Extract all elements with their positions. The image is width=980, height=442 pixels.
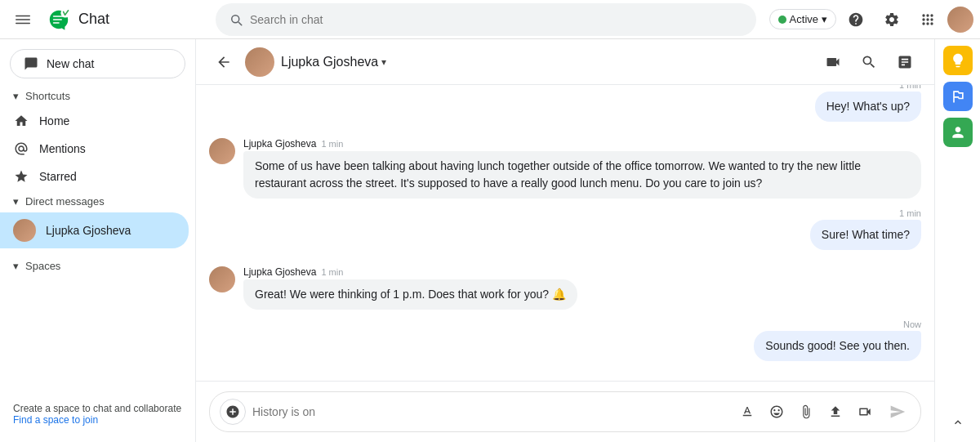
shortcuts-label: Shortcuts — [25, 90, 70, 102]
emoji-button[interactable] — [764, 399, 790, 425]
add-attachment-button[interactable] — [220, 399, 246, 425]
starred-label: Starred — [39, 170, 77, 183]
sent-time-m6: Now — [903, 319, 921, 329]
direct-messages-label: Direct messages — [25, 195, 105, 208]
spaces-label: Spaces — [25, 260, 60, 272]
active-status-button[interactable]: Active ▾ — [769, 9, 836, 29]
active-chevron-icon: ▾ — [822, 13, 827, 25]
topbar-right: Active ▾ — [769, 3, 973, 36]
shortcuts-header[interactable]: ▾ Shortcuts — [0, 85, 195, 107]
message-group-m2: 1 min Hey! What's up? — [209, 85, 921, 122]
sent-time-m4: 1 min — [899, 208, 921, 218]
starred-icon — [13, 169, 29, 184]
message-bubble-m3: Some of us have been talking about havin… — [243, 151, 921, 199]
sent-time-m2: 1 min — [899, 85, 921, 90]
sent-message-m4: 1 min Sure! What time? — [209, 208, 921, 250]
spaces-section: ▾ Spaces — [0, 255, 195, 277]
find-space-link[interactable]: Find a space to join — [13, 414, 98, 426]
message-bubble-m6: Sounds good! See you then. — [754, 331, 921, 361]
message-group-m5: Ljupka Gjosheva 1 min Great! We were thi… — [209, 260, 921, 310]
svg-rect-0 — [16, 15, 30, 16]
message-group-m3: Ljupka Gjosheva 1 min Some of us have be… — [209, 132, 921, 199]
topbar-left: Chat — [7, 3, 203, 36]
search-input[interactable] — [250, 13, 743, 26]
received-message-m5: Ljupka Gjosheva 1 min Great! We were thi… — [209, 266, 921, 310]
video-message-button[interactable] — [852, 399, 878, 425]
received-content-m5: Ljupka Gjosheva 1 min Great! We were thi… — [243, 266, 577, 310]
msg-time-m3: 1 min — [321, 139, 343, 149]
side-apps-panel — [934, 39, 980, 442]
sidebar-footer: Create a space to chat and collaborate F… — [0, 393, 195, 435]
shortcuts-chevron-icon: ▾ — [13, 90, 19, 102]
received-message-m3: Ljupka Gjosheva 1 min Some of us have be… — [209, 138, 921, 199]
upload-button[interactable] — [822, 399, 849, 425]
new-chat-button[interactable]: New chat — [10, 49, 185, 78]
apps-button[interactable] — [911, 3, 944, 36]
received-content-m3: Ljupka Gjosheva 1 min Some of us have be… — [243, 138, 921, 199]
home-icon — [13, 114, 29, 128]
main-layout: New chat ▾ Shortcuts Home Mentions — [0, 39, 980, 442]
ljupka-label: Ljupka Gjosheva — [46, 224, 131, 237]
active-label: Active — [790, 13, 818, 25]
format-text-button[interactable] — [734, 399, 760, 425]
open-in-new-window-button[interactable] — [889, 46, 921, 78]
messages-area: Ljupka Gjosheva 1 min Hey! 1 min Hey! Wh… — [196, 85, 934, 381]
home-label: Home — [39, 114, 69, 127]
footer-text: Create a space to chat and collaborate — [13, 403, 181, 414]
send-button[interactable] — [884, 399, 911, 425]
message-bubble-m2: Hey! What's up? — [815, 92, 921, 122]
message-input[interactable] — [252, 405, 728, 418]
dm-chevron-icon: ▾ — [13, 195, 19, 208]
sender-name-m3: Ljupka Gjosheva — [243, 138, 316, 150]
chat-header: Ljupka Gjosheva ▾ — [196, 39, 934, 85]
side-apps-expand[interactable] — [951, 416, 964, 435]
chat-header-actions — [817, 46, 921, 78]
search-in-chat-button[interactable] — [853, 46, 885, 78]
attachment-button[interactable] — [793, 399, 819, 425]
contacts-app-button[interactable] — [943, 118, 973, 147]
tasks-app-button[interactable] — [943, 82, 973, 111]
active-dot-icon — [778, 16, 786, 24]
chat-container: Ljupka Gjosheva ▾ Ljupka — [196, 39, 934, 442]
input-actions — [734, 399, 878, 425]
contact-name-chevron-icon[interactable]: ▾ — [381, 56, 386, 68]
direct-messages-section: ▾ Direct messages Ljupka Gjosheva — [0, 190, 195, 248]
hamburger-menu-icon[interactable] — [7, 3, 39, 36]
sidebar-item-mentions[interactable]: Mentions — [0, 135, 189, 163]
search-bar[interactable] — [216, 3, 756, 36]
app-title: Chat — [78, 11, 109, 28]
help-button[interactable] — [840, 3, 872, 36]
msg-time-m5: 1 min — [321, 267, 343, 277]
sender-avatar-m5 — [209, 266, 235, 292]
topbar: Chat Active ▾ — [0, 0, 980, 39]
new-chat-label: New chat — [47, 57, 94, 70]
spaces-header[interactable]: ▾ Spaces — [0, 255, 195, 277]
sent-message-m6: Now Sounds good! See you then. — [209, 319, 921, 361]
sidebar-item-starred[interactable]: Starred — [0, 163, 189, 190]
mentions-label: Mentions — [39, 142, 86, 155]
contact-name[interactable]: Ljupka Gjosheva — [281, 55, 378, 69]
contact-avatar — [245, 47, 274, 77]
direct-messages-header[interactable]: ▾ Direct messages — [0, 190, 195, 212]
keep-app-button[interactable] — [943, 46, 973, 75]
back-button[interactable] — [209, 47, 238, 77]
ljupka-avatar — [13, 219, 36, 242]
sidebar-item-home[interactable]: Home — [0, 107, 189, 135]
message-group-m4: 1 min Sure! What time? — [209, 208, 921, 250]
message-bubble-m4: Sure! What time? — [810, 220, 921, 250]
input-box — [209, 391, 921, 432]
user-avatar[interactable] — [947, 7, 973, 33]
sidebar-item-ljupka[interactable]: Ljupka Gjosheva — [0, 212, 189, 248]
shortcuts-section: ▾ Shortcuts Home Mentions Starred — [0, 85, 195, 190]
input-area — [196, 381, 934, 442]
google-chat-logo-icon — [46, 7, 72, 33]
mentions-icon — [13, 141, 29, 156]
sidebar: New chat ▾ Shortcuts Home Mentions — [0, 39, 196, 442]
spaces-chevron-icon: ▾ — [13, 260, 19, 272]
sent-message-m2: 1 min Hey! What's up? — [209, 85, 921, 122]
settings-button[interactable] — [875, 3, 908, 36]
video-call-button[interactable] — [817, 46, 849, 78]
message-group-m6: Now Sounds good! See you then. — [209, 319, 921, 361]
sender-avatar-m3 — [209, 138, 235, 164]
message-bubble-m5: Great! We were thinking of 1 p.m. Does t… — [243, 279, 577, 310]
